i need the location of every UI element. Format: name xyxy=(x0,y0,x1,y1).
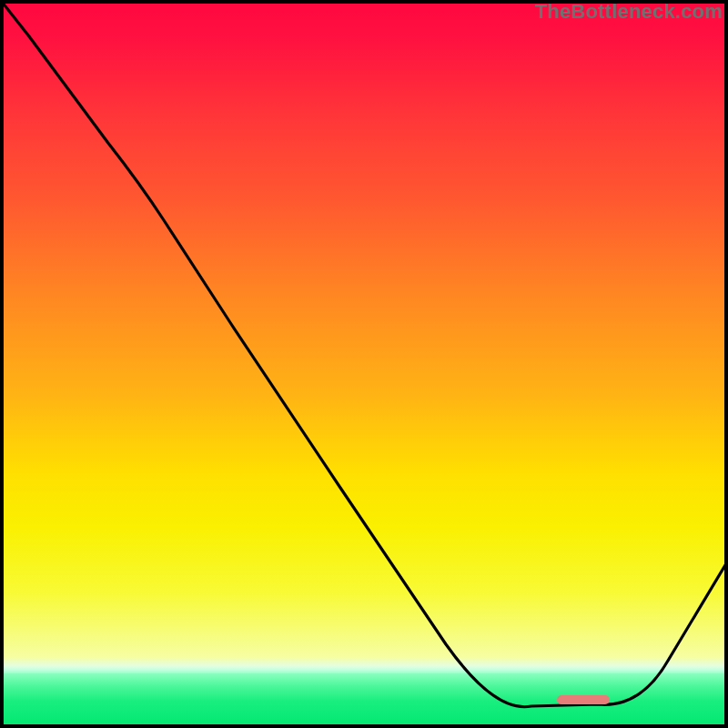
chart-stage: TheBottleneck.com xyxy=(0,0,728,728)
watermark-text: TheBottleneck.com xyxy=(535,0,723,24)
axes-frame xyxy=(0,0,728,728)
